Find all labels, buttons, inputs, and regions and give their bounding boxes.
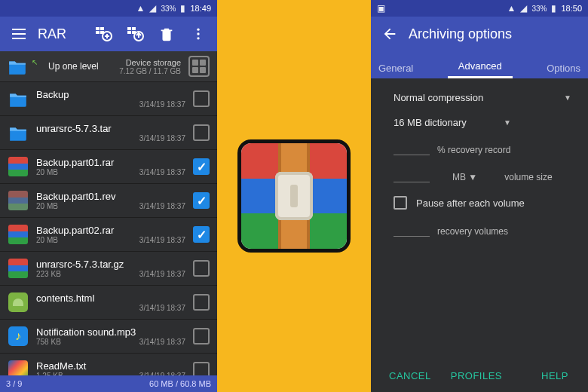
apk-icon — [8, 292, 29, 313]
svg-point-14 — [197, 37, 199, 39]
file-checkbox[interactable] — [193, 328, 210, 345]
profiles-button[interactable]: PROFILES — [451, 370, 502, 381]
mp3-icon: ♪ — [8, 326, 29, 347]
file-checkbox[interactable] — [193, 294, 210, 311]
file-checkbox[interactable] — [193, 158, 210, 175]
options-form: Normal compression ▼ 16 MB dictionary ▼ … — [371, 78, 588, 361]
file-row[interactable]: unrarsrc-5.7.3.tar.gz223 KB3/14/19 18:37 — [0, 252, 217, 286]
folder-icon — [8, 122, 29, 143]
up-arrow-icon: ↖ — [32, 58, 38, 66]
app-icon-panel — [217, 0, 371, 392]
file-date: 3/14/19 18:37 — [139, 304, 185, 312]
svg-rect-6 — [105, 35, 109, 37]
recovery-percent-input[interactable] — [394, 142, 430, 155]
file-checkbox[interactable] — [193, 362, 210, 375]
cancel-button[interactable]: CANCEL — [389, 370, 431, 381]
battery-icon: ▮ — [551, 3, 556, 14]
rar-icon — [8, 224, 29, 245]
up-label: Up one level — [48, 61, 99, 72]
file-checkbox[interactable] — [193, 124, 210, 141]
signal-icon: ◢ — [149, 3, 156, 14]
tab-options[interactable]: Options — [536, 57, 588, 78]
svg-point-13 — [197, 32, 199, 35]
chevron-down-icon: ▼ — [564, 93, 571, 102]
file-name: Backup — [36, 89, 185, 100]
recovery-volumes-input[interactable] — [394, 223, 430, 237]
file-date: 3/14/19 18:37 — [139, 338, 185, 346]
file-date: 3/14/19 18:37 — [139, 134, 185, 142]
volume-size-input[interactable] — [394, 169, 430, 182]
rev-icon — [8, 190, 29, 211]
wifi-icon: ▲ — [136, 3, 145, 14]
volume-unit-select[interactable]: MB ▼ — [452, 172, 477, 182]
selection-count: 3 / 9 — [6, 379, 22, 388]
file-date: 3/14/19 18:37 — [139, 168, 185, 176]
file-name: Notification sound.mp3 — [36, 326, 185, 338]
svg-rect-7 — [127, 27, 131, 30]
battery-icon: ▮ — [180, 3, 185, 14]
rar-icon — [8, 156, 29, 177]
file-name: unrarsrc-5.7.3.tar.gz — [36, 259, 185, 270]
file-date: 3/14/19 18:37 — [139, 236, 185, 244]
svg-point-12 — [197, 29, 199, 31]
svg-rect-2 — [96, 31, 100, 34]
volume-size-row: MB ▼ volume size — [394, 169, 571, 182]
signal-icon: ◢ — [520, 3, 527, 14]
pause-checkbox-row[interactable]: Pause after each volume — [394, 196, 571, 210]
view-grid-button[interactable] — [188, 56, 210, 77]
clock: 18:49 — [190, 4, 211, 13]
chevron-down-icon: ▼ — [468, 172, 477, 182]
battery-percent: 33% — [161, 5, 176, 13]
app-bar: Archiving options — [371, 17, 588, 51]
archiving-options-panel: ▣ ▲ ◢ 33% ▮ 18:50 Archiving options Gene… — [371, 0, 588, 392]
dialog-actions: CANCEL PROFILES HELP OK — [371, 361, 588, 392]
file-date: 3/14/19 18:37 — [139, 202, 185, 210]
add-archive-button[interactable] — [90, 21, 116, 47]
file-name: ReadMe.txt — [36, 360, 185, 372]
file-size: 20 MB — [36, 168, 58, 176]
file-name: Backup.part02.rar — [36, 225, 185, 236]
overflow-button[interactable] — [185, 21, 211, 47]
help-button[interactable]: HELP — [541, 370, 568, 381]
file-checkbox[interactable] — [193, 192, 210, 209]
chevron-down-icon: ▼ — [504, 118, 511, 127]
file-row[interactable]: ReadMe.txt1.25 KB3/14/19 18:37 — [0, 354, 217, 375]
status-bar: ▲ ◢ 33% ▮ 18:49 — [0, 0, 217, 17]
tab-advanced[interactable]: Advanced — [448, 54, 513, 78]
extract-button[interactable] — [122, 21, 148, 47]
folder-icon — [8, 88, 29, 109]
screenshot-icon: ▣ — [377, 3, 385, 14]
svg-rect-0 — [96, 27, 100, 30]
dictionary-select[interactable]: 16 MB dictionary ▼ — [394, 117, 571, 128]
file-row[interactable]: ♪Notification sound.mp3758 KB3/14/19 18:… — [0, 320, 217, 354]
storage-text: Device storage 7.12 GB / 11.7 GB — [106, 58, 181, 75]
file-row[interactable]: Backup.part01.rev20 MB3/14/19 18:37 — [0, 184, 217, 218]
rar-icon — [8, 258, 29, 279]
file-row[interactable]: Backup.part02.rar20 MB3/14/19 18:37 — [0, 218, 217, 252]
selection-size: 60 MB / 60.8 MB — [149, 379, 211, 388]
file-row[interactable]: Backup3/14/19 18:37 — [0, 82, 217, 116]
back-button[interactable] — [377, 21, 403, 47]
menu-button[interactable] — [6, 21, 32, 47]
compression-select[interactable]: Normal compression ▼ — [394, 92, 571, 103]
file-row[interactable]: unrarsrc-5.7.3.tar3/14/19 18:37 — [0, 116, 217, 150]
tab-bar: General Advanced Options — [371, 51, 588, 78]
delete-button[interactable] — [154, 21, 179, 47]
file-checkbox[interactable] — [193, 90, 210, 107]
file-row[interactable]: Backup.part01.rar20 MB3/14/19 18:37 — [0, 150, 217, 184]
file-date: 3/14/19 18:37 — [139, 100, 185, 109]
file-name: Backup.part01.rev — [36, 191, 185, 202]
file-checkbox[interactable] — [193, 226, 210, 243]
up-navigation-row[interactable]: ↖ Up one level Device storage 7.12 GB / … — [0, 51, 217, 82]
wifi-icon: ▲ — [507, 3, 516, 14]
file-checkbox[interactable] — [193, 260, 210, 277]
tab-general[interactable]: General — [371, 57, 424, 78]
file-size: 20 MB — [36, 202, 58, 210]
selection-bar: 3 / 9 60 MB / 60.8 MB — [0, 375, 217, 392]
pause-checkbox[interactable] — [394, 196, 407, 210]
app-bar: RAR — [0, 17, 217, 51]
svg-rect-8 — [132, 27, 136, 30]
file-row[interactable]: contents.html3/14/19 18:37 — [0, 286, 217, 320]
file-size: 223 KB — [36, 270, 61, 278]
svg-rect-9 — [127, 31, 131, 34]
